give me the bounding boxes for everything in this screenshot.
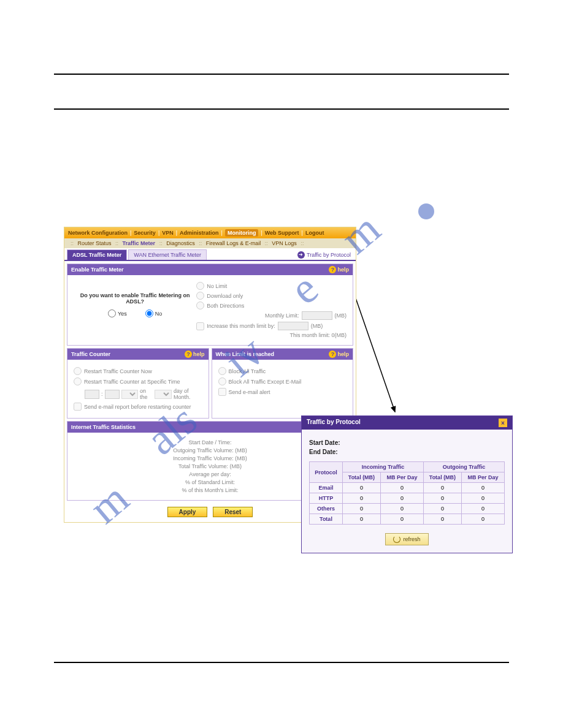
cell: 0 [461, 504, 504, 514]
radio-nolimit[interactable] [196, 282, 204, 290]
cell: 0 [461, 514, 504, 525]
panel-title: Traffic Counter [71, 351, 110, 357]
nav-item[interactable]: Logout [305, 230, 324, 236]
radio-download[interactable] [196, 292, 204, 300]
tab-wan[interactable]: WAN Ethernet Traffic Meter [128, 249, 207, 260]
tab-adsl[interactable]: ADSL Traffic Meter [67, 249, 127, 260]
main-nav: Network Configuration| Security| VPN| Ad… [64, 227, 356, 238]
tab-row: ADSL Traffic Meter WAN Ethernet Traffic … [64, 248, 356, 261]
nav-item[interactable]: Security [134, 230, 156, 236]
col-out-total: Total (MB) [423, 472, 461, 483]
table-row: Total0000 [310, 514, 505, 525]
popup-title: Traffic by Protocol [307, 419, 361, 427]
ampm-select[interactable] [121, 390, 139, 399]
subnav-item[interactable]: Router Status [78, 240, 112, 246]
cell: 0 [342, 504, 380, 514]
cell: 0 [380, 493, 423, 504]
close-icon[interactable]: × [499, 419, 507, 427]
help-icon: ? [329, 266, 336, 273]
refresh-icon [393, 536, 400, 543]
end-date-label: End Date: [309, 449, 505, 455]
increase-checkbox[interactable] [196, 322, 204, 330]
no-limit-label: No Limit [207, 283, 227, 289]
divider-top [54, 74, 509, 75]
panel-title: Internet Traffic Statistics [71, 424, 136, 430]
monthly-limit-label: Monthly Limit: [265, 313, 299, 319]
col-in-total: Total (MB) [342, 472, 380, 483]
table-row: Others0000 [310, 504, 505, 514]
unit: (MB) [335, 313, 347, 319]
day-select[interactable] [155, 390, 172, 399]
protocol-table: Protocol Incoming Traffic Outgoing Traff… [309, 461, 505, 525]
monthly-limit-input[interactable] [302, 311, 332, 320]
subnav-item[interactable]: Diagnostics [166, 240, 195, 246]
cell: 0 [423, 504, 461, 514]
radio-block-all[interactable]: Block All Traffic [218, 367, 347, 375]
subnav-item-active[interactable]: Traffic Meter [123, 240, 156, 246]
divider-mid [54, 108, 509, 110]
increase-label: Increase this month limit by: [207, 323, 275, 329]
traffic-by-protocol-link[interactable]: ➔ Traffic by Protocol [297, 251, 353, 259]
radio-both[interactable] [196, 301, 204, 309]
cell-protocol: HTTP [310, 493, 343, 504]
cell: 0 [423, 514, 461, 525]
radio-restart-at[interactable]: Restart Traffic Counter at Specific Time [74, 377, 202, 385]
increase-input[interactable] [278, 322, 308, 330]
nav-item-active[interactable]: Monitoring [225, 229, 259, 237]
col-protocol: Protocol [310, 462, 343, 483]
cell: 0 [380, 504, 423, 514]
panel-title: When Limit is reached [216, 351, 275, 357]
radio-block-except[interactable]: Block All Traffic Except E-Mail [218, 377, 347, 385]
help-link[interactable]: ?help [329, 351, 349, 358]
radio-no[interactable]: No [145, 309, 163, 317]
minute-input[interactable] [105, 390, 120, 399]
when-limit-panel: When Limit is reached ?help Block All Tr… [212, 348, 354, 419]
help-link[interactable]: ?help [329, 266, 349, 273]
panel-title: Enable Traffic Meter [71, 267, 124, 273]
traffic-link-label: Traffic by Protocol [307, 252, 351, 258]
col-out-perday: MB Per Day [461, 472, 504, 483]
reset-button[interactable]: Reset [213, 507, 253, 517]
apply-button[interactable]: Apply [167, 507, 208, 517]
cell: 0 [423, 483, 461, 493]
enable-traffic-meter-panel: Enable Traffic Meter ?help Do you want t… [67, 264, 353, 346]
refresh-button[interactable]: refresh [385, 533, 428, 545]
cell: 0 [342, 483, 380, 493]
cell: 0 [423, 493, 461, 504]
subnav-item[interactable]: VPN Logs [272, 240, 297, 246]
radio-yes[interactable]: Yes [108, 309, 127, 317]
col-in-perday: MB Per Day [380, 472, 423, 483]
table-row: Email0000 [310, 483, 505, 493]
day-of-label: day of Month. [174, 388, 202, 400]
nav-item[interactable]: Network Configuration [68, 230, 128, 236]
watermark-dot [418, 203, 434, 219]
refresh-label: refresh [403, 536, 420, 542]
nav-item[interactable]: Administration [180, 230, 219, 236]
this-month-limit: This month limit: 0(MB) [289, 332, 347, 338]
hour-input[interactable] [85, 390, 99, 399]
table-row: HTTP0000 [310, 493, 505, 504]
cell: 0 [342, 514, 380, 525]
col-incoming: Incoming Traffic [342, 462, 423, 472]
checkbox-send-alert[interactable]: Send e-mail alert [218, 388, 347, 396]
cell: 0 [461, 483, 504, 493]
nav-item[interactable]: Web Support [265, 230, 299, 236]
cell: 0 [380, 483, 423, 493]
cell-protocol: Others [310, 504, 343, 514]
cell: 0 [461, 493, 504, 504]
checkbox-send-report[interactable]: Send e-mail report before restarting cou… [74, 403, 202, 411]
radio-restart-now[interactable]: Restart Traffic Counter Now [74, 367, 202, 375]
subnav-item[interactable]: Firewall Logs & E-mail [206, 240, 261, 246]
both-directions-label: Both Directions [207, 303, 244, 309]
cell: 0 [342, 493, 380, 504]
sub-nav: :: Router Status :: Traffic Meter :: Dia… [64, 238, 356, 248]
unit: (MB) [311, 323, 323, 329]
arrow-icon: ➔ [297, 251, 305, 259]
help-link[interactable]: ?help [185, 351, 205, 358]
nav-item[interactable]: VPN [162, 230, 174, 236]
start-date-label: Start Date: [309, 439, 505, 446]
help-icon: ? [185, 351, 192, 358]
on-the-label: on the [140, 388, 153, 400]
enable-question: Do you want to enable Traffic Metering o… [74, 292, 196, 305]
cell-protocol: Total [310, 514, 343, 525]
